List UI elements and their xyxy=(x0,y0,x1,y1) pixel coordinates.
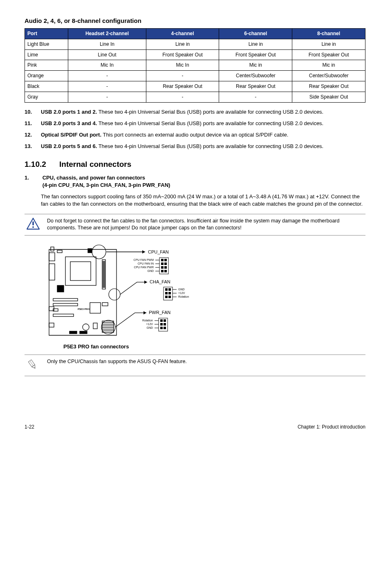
section-heading-internal-connectors: 1.10.2Internal connectors xyxy=(25,159,365,170)
svg-point-2 xyxy=(32,226,34,228)
cell: Black xyxy=(25,81,68,92)
svg-rect-43 xyxy=(164,266,167,269)
cell: Mic in xyxy=(219,60,292,71)
footer-chapter: Chapter 1: Product introduction xyxy=(298,424,365,431)
svg-point-34 xyxy=(92,245,106,259)
svg-rect-3 xyxy=(51,247,54,251)
fan-connector-paragraph: The fan connectors support cooling fans … xyxy=(41,193,365,208)
svg-rect-5 xyxy=(88,249,92,253)
label-rotation-2: Rotation xyxy=(142,319,153,322)
cell: - xyxy=(68,81,146,92)
item-text: USB 2.0 ports 1 and 2. These two 4-pin U… xyxy=(41,108,365,116)
list-item: 13. USB 2.0 ports 5 and 6. These two 4-p… xyxy=(25,143,365,150)
cell: - xyxy=(146,92,219,102)
table-row: Black - Rear Speaker Out Rear Speaker Ou… xyxy=(25,81,365,92)
svg-rect-56 xyxy=(168,288,171,291)
label-board-model: P5E3 PRO xyxy=(78,308,90,310)
cell: Pink xyxy=(25,60,68,71)
cell: Center/Subwoofer xyxy=(219,71,292,81)
svg-rect-73 xyxy=(160,327,163,329)
svg-rect-59 xyxy=(165,296,168,298)
svg-rect-57 xyxy=(165,292,168,294)
svg-rect-39 xyxy=(164,259,167,261)
cell: Front Speaker Out xyxy=(146,49,219,60)
cell: Line Out xyxy=(68,49,146,60)
svg-rect-37 xyxy=(159,258,168,274)
label-gnd-2: GND xyxy=(178,288,185,291)
svg-marker-67 xyxy=(143,311,146,314)
cell: Light Blue xyxy=(25,39,68,49)
note-text: Only the CPU/Chassis fan supports the AS… xyxy=(47,358,365,366)
item-number: 11. xyxy=(25,120,41,127)
svg-rect-41 xyxy=(164,263,167,265)
item-number: 12. xyxy=(25,131,41,139)
cell: Line in xyxy=(292,39,365,49)
cell: Rear Speaker Out xyxy=(146,81,219,92)
svg-rect-54 xyxy=(164,287,173,300)
svg-rect-17 xyxy=(53,298,78,301)
cell: Mic In xyxy=(68,60,146,71)
th-8ch: 8-channel xyxy=(292,29,365,39)
list-item: 10. USB 2.0 ports 1 and 2. These two 4-p… xyxy=(25,108,365,116)
svg-rect-69 xyxy=(160,319,163,322)
warning-text: Do not forget to connect the fan cables … xyxy=(47,218,365,232)
item-text: Optical S/PDIF Out port. This port conne… xyxy=(41,131,365,139)
svg-rect-60 xyxy=(168,296,171,298)
svg-rect-58 xyxy=(168,292,171,294)
cell: - xyxy=(68,71,146,81)
label-cha-fan: CHA_FAN xyxy=(150,279,170,284)
cell: Line In xyxy=(68,39,146,49)
svg-rect-21 xyxy=(90,303,101,313)
cell: - xyxy=(219,92,292,102)
audio-heading: Audio 2, 4, 6, or 8-channel configuratio… xyxy=(25,16,365,25)
svg-line-65 xyxy=(115,313,135,327)
svg-rect-38 xyxy=(161,259,164,261)
cell: Lime xyxy=(25,49,68,60)
svg-rect-11 xyxy=(49,323,54,327)
svg-rect-16 xyxy=(57,285,64,292)
sub-item-1: 1. CPU, chassis, and power fan connector… xyxy=(25,174,365,189)
cell: Side Speaker Out xyxy=(292,92,365,102)
svg-rect-44 xyxy=(161,270,164,272)
svg-rect-25 xyxy=(69,331,77,334)
svg-rect-7 xyxy=(70,262,91,281)
label-cpu-fan: CPU_FAN xyxy=(148,249,169,254)
svg-line-51 xyxy=(120,282,137,294)
audio-config-table: Port Headset 2-channel 4-channel 6-chann… xyxy=(25,28,365,103)
svg-marker-79 xyxy=(32,365,37,369)
svg-rect-42 xyxy=(161,266,164,269)
label-gnd-1: GND xyxy=(147,269,154,272)
cell: Line in xyxy=(146,39,219,49)
svg-point-64 xyxy=(101,320,115,334)
cell: Mic In xyxy=(146,60,219,71)
note-icon xyxy=(25,358,47,373)
th-4ch: 4-channel xyxy=(146,29,219,39)
svg-rect-45 xyxy=(164,270,167,272)
cell: Rear Speaker Out xyxy=(219,81,292,92)
cell: Orange xyxy=(25,71,68,81)
cell: Center/Subwoofer xyxy=(292,71,365,81)
footer-page-number: 1-22 xyxy=(25,424,34,431)
svg-rect-22 xyxy=(102,303,108,306)
label-cpu-pwm: CPU FAN PWM xyxy=(134,258,154,261)
th-6ch: 6-channel xyxy=(219,29,292,39)
list-item: 12. Optical S/PDIF Out port. This port c… xyxy=(25,131,365,139)
item-number: 13. xyxy=(25,143,41,150)
label-cpu-pwr: CPU FAN PWR xyxy=(134,266,154,269)
cell: - xyxy=(68,92,146,102)
svg-point-50 xyxy=(109,289,120,300)
cell: Line in xyxy=(219,39,292,49)
sub-item-number: 1. xyxy=(25,174,41,182)
th-2ch: Headset 2-channel xyxy=(68,29,146,39)
svg-rect-6 xyxy=(65,257,96,285)
diagram-caption: P5E3 PRO fan connectors xyxy=(63,343,365,350)
section-title: Internal connectors xyxy=(59,160,131,168)
svg-marker-53 xyxy=(144,281,147,284)
item-number: 10. xyxy=(25,108,41,116)
svg-rect-20 xyxy=(53,314,74,316)
svg-rect-71 xyxy=(160,323,163,325)
svg-rect-68 xyxy=(159,318,168,331)
table-row: Gray - - - Side Speaker Out xyxy=(25,92,365,102)
svg-rect-1 xyxy=(32,221,34,225)
th-port: Port xyxy=(25,29,68,39)
